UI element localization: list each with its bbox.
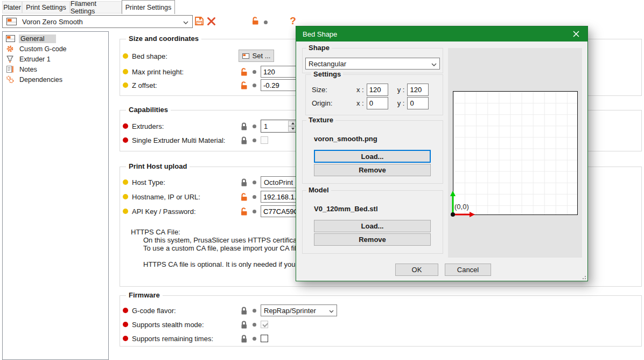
texture-group-title: Texture (306, 116, 335, 124)
status-dot-red (123, 137, 128, 143)
remove-button-label: Remove (359, 236, 386, 244)
setting-row-bed-shape: Bed shape: (123, 50, 167, 63)
printer-preset-icon (6, 18, 17, 25)
dialog-close-button[interactable] (565, 26, 587, 41)
unlocked-padlock-icon[interactable] (240, 67, 248, 77)
delete-preset-button[interactable] (206, 16, 216, 26)
gcode-flavor-value: RepRap/Sprinter (264, 307, 316, 315)
setting-row-host-type: Host Type: (123, 176, 165, 189)
cancel-button[interactable]: Cancel (445, 264, 491, 276)
ok-button[interactable]: OK (395, 264, 438, 276)
tab-printer-settings[interactable]: Printer Settings (122, 0, 175, 14)
max-print-height-input[interactable] (261, 66, 298, 78)
locked-padlock-icon[interactable] (240, 306, 248, 315)
save-preset-button[interactable] (194, 16, 204, 26)
setting-row-gcode-flavor: G-code flavor: (123, 304, 176, 317)
gcode-flavor-select[interactable]: RepRap/Sprinter (261, 304, 337, 316)
lock-settings-button[interactable] (251, 16, 260, 25)
funnel-icon (6, 55, 14, 63)
setting-label: Single Extruder Multi Material: (132, 136, 225, 144)
question-mark-icon: ? (290, 15, 296, 27)
locked-padlock-icon[interactable] (240, 334, 248, 343)
resize-grip[interactable] (580, 274, 586, 279)
tab-label: Filament Settings (71, 0, 121, 15)
revert-dot-icon[interactable] (253, 139, 256, 142)
z-offset-input[interactable] (261, 79, 298, 91)
revert-dot-icon[interactable] (253, 323, 256, 327)
revert-dot-icon[interactable] (253, 70, 256, 74)
floppy-disk-icon (194, 16, 204, 26)
unlocked-padlock-icon[interactable] (240, 192, 248, 202)
tab-label: Plater (3, 4, 21, 11)
tab-print-settings[interactable]: Print Settings (22, 1, 70, 13)
bed-shape-dialog: Bed Shape Shape Rectangular Settings Siz… (296, 26, 588, 281)
tab-filament-settings[interactable]: Filament Settings (70, 1, 122, 13)
sidebar-item-notes[interactable]: Notes (3, 64, 108, 74)
https-ca-file-line1: On this system, PrusaSlicer uses HTTPS c… (143, 236, 306, 244)
revert-dot-icon[interactable] (253, 84, 256, 87)
tab-label: Printer Settings (125, 4, 171, 11)
setting-label: G-code flavor: (132, 307, 176, 315)
status-dot-yellow (123, 53, 128, 59)
stealth-mode-checkbox[interactable] (261, 321, 268, 328)
shape-select[interactable]: Rectangular (305, 58, 440, 70)
close-icon (573, 31, 579, 37)
extruders-spinner[interactable]: 1 (261, 120, 298, 133)
gear-icon (6, 45, 14, 53)
printer-bed-icon (6, 35, 15, 42)
semm-checkbox[interactable] (261, 136, 268, 144)
bed-mini-icon (242, 53, 249, 59)
chevron-down-icon (431, 60, 437, 68)
locked-padlock-icon[interactable] (240, 320, 248, 329)
origin-y-input[interactable] (407, 97, 429, 109)
dialog-titlebar[interactable]: Bed Shape (296, 26, 587, 41)
chevron-down-icon (183, 18, 188, 26)
texture-remove-button[interactable]: Remove (314, 164, 431, 176)
locked-padlock-icon[interactable] (240, 178, 248, 187)
remove-button-label: Remove (359, 166, 386, 174)
unlocked-padlock-icon[interactable] (240, 207, 248, 216)
tab-plater[interactable]: Plater (2, 1, 22, 13)
origin-x-input[interactable] (367, 97, 388, 109)
revert-dot-icon[interactable] (253, 195, 256, 199)
controls-z-offset (240, 79, 298, 92)
texture-filename: voron_smooth.png (314, 135, 377, 143)
size-y-input[interactable] (407, 84, 429, 96)
gears-icon (6, 75, 14, 84)
cancel-button-label: Cancel (457, 266, 479, 274)
status-dot-yellow (123, 82, 128, 88)
bed-shape-set-button[interactable]: Set ... (239, 50, 274, 62)
setting-row-extruders: Extruders: (123, 119, 164, 133)
sidebar-item-label: Notes (18, 65, 39, 74)
load-button-label: Load... (361, 222, 384, 230)
bed-preview-panel: (0,0) (448, 48, 582, 258)
model-remove-button[interactable]: Remove (314, 233, 431, 246)
model-group-title: Model (306, 186, 331, 194)
sidebar-item-label: Custom G-code (18, 45, 68, 53)
revert-dot-icon[interactable] (253, 181, 256, 184)
setting-label: Supports remaining times: (132, 335, 213, 343)
controls-max-print-height (240, 65, 298, 78)
preset-combobox[interactable]: Voron Zero Smooth (2, 15, 193, 28)
sidebar-item-label: General (19, 34, 56, 43)
sidebar-item-custom-gcode[interactable]: Custom G-code (3, 44, 108, 54)
revert-dot-icon[interactable] (253, 124, 256, 128)
model-load-button[interactable]: Load... (314, 220, 431, 232)
sidebar-item-extruder-1[interactable]: Extruder 1 (3, 54, 108, 64)
load-button-label: Load... (361, 153, 384, 161)
group-title: Capabilities (126, 106, 171, 114)
revert-dot-icon[interactable] (253, 210, 256, 213)
sidebar-item-dependencies[interactable]: Dependencies (3, 74, 108, 85)
status-dot-yellow (123, 194, 128, 199)
locked-padlock-icon[interactable] (240, 136, 248, 145)
remaining-times-checkbox[interactable] (261, 335, 268, 342)
locked-padlock-icon[interactable] (240, 122, 248, 131)
revert-dot-icon[interactable] (253, 309, 256, 313)
revert-dot-icon[interactable] (253, 337, 256, 341)
texture-load-button[interactable]: Load... (314, 150, 431, 163)
y-label: y : (397, 99, 405, 107)
printer-settings-window: Plater Print Settings Filament Settings … (0, 0, 644, 360)
size-x-input[interactable] (367, 84, 388, 96)
unlocked-padlock-icon[interactable] (240, 81, 248, 90)
sidebar-item-general[interactable]: General (3, 33, 108, 44)
